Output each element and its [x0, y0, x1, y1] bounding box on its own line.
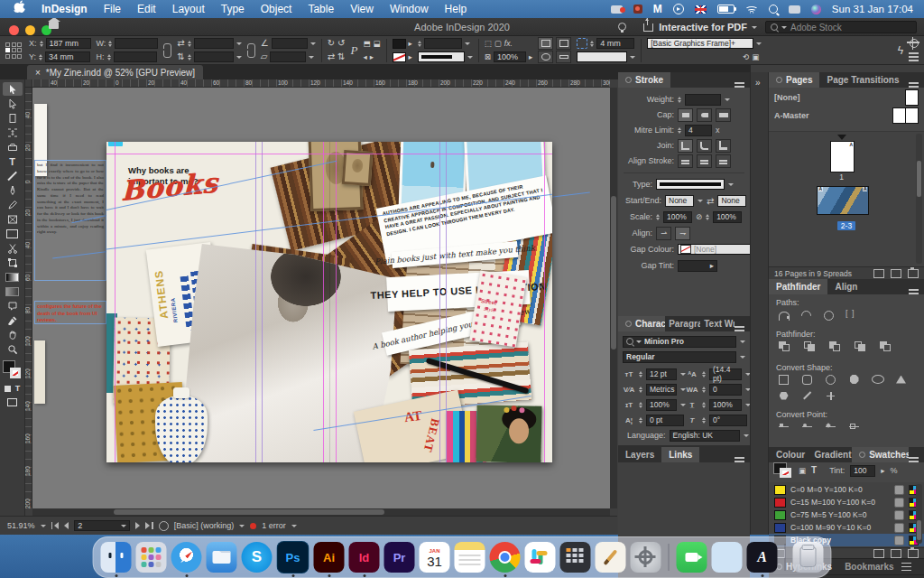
stroke-type-field[interactable]: [418, 51, 465, 62]
pages-scrollbar[interactable]: [916, 134, 922, 264]
close-path-button[interactable]: [821, 309, 836, 321]
tab-pathfinder[interactable]: Pathfinder: [769, 279, 827, 294]
dock-slack-icon[interactable]: [525, 542, 556, 573]
font-size-field[interactable]: 12 pt: [646, 368, 677, 380]
tint-expand-icon[interactable]: ▸: [881, 465, 884, 476]
scale-start-field[interactable]: 100%: [663, 211, 692, 223]
y-stepper[interactable]: [39, 54, 42, 61]
swatch-row-yellow[interactable]: C=0 M=0 Y=100 K=0: [769, 483, 924, 496]
open-path-button[interactable]: [799, 309, 814, 321]
vertical-ruler[interactable]: 4020020406080100120140160180200220: [25, 88, 32, 508]
apple-menu[interactable]: [5, 0, 33, 18]
tracking-field[interactable]: 0: [709, 384, 742, 396]
tab-pages[interactable]: Pages: [769, 72, 819, 88]
preflight-profile[interactable]: [Basic] (working): [174, 521, 235, 530]
margin-guide[interactable]: [544, 142, 545, 462]
swatches-fill-stroke-proxy[interactable]: [773, 462, 793, 479]
dock-acrobat-icon[interactable]: A: [747, 542, 778, 573]
butt-cap-button[interactable]: [678, 108, 693, 122]
pen-tool[interactable]: [3, 183, 23, 197]
direct-selection-tool[interactable]: [3, 97, 23, 110]
scale-x-stepper[interactable]: [188, 41, 191, 47]
scale-end-field[interactable]: 100%: [713, 211, 742, 223]
tab-character[interactable]: Character: [618, 316, 665, 331]
intersect-button[interactable]: [827, 340, 842, 352]
stroke-type-menu-arrow[interactable]: [728, 183, 734, 186]
fill-expand-icon[interactable]: ▸: [409, 38, 412, 49]
scale-end-stepper[interactable]: [706, 214, 709, 220]
eyedropper-tool[interactable]: [3, 313, 23, 327]
tab-colour[interactable]: Colour: [769, 447, 807, 462]
corner-point-button[interactable]: [799, 421, 815, 433]
dock-chrome-icon[interactable]: [490, 542, 521, 573]
style-edit-icon[interactable]: ▣: [752, 51, 759, 62]
preflight-dropdown[interactable]: [239, 525, 245, 527]
convert-rounded-rect-button[interactable]: [799, 374, 815, 386]
column-guide[interactable]: [255, 142, 256, 462]
page-spread[interactable]: ATHENS RIVIERA Why books are important t…: [106, 142, 552, 462]
font-family-field[interactable]: Minion Pro: [623, 336, 736, 348]
first-page-button[interactable]: [54, 522, 59, 529]
dock-calculator-icon[interactable]: [560, 542, 591, 573]
swatch-row-blue[interactable]: C=100 M=90 Y=10 K=0: [769, 521, 924, 534]
fill-swatch[interactable]: [393, 39, 406, 49]
error-dropdown[interactable]: [291, 525, 297, 527]
vscale-field[interactable]: 100%: [646, 399, 677, 411]
pencil-tool[interactable]: [3, 198, 23, 211]
zoom-tool[interactable]: [3, 342, 23, 356]
corner-shape-dropdown[interactable]: [630, 56, 635, 59]
document-tab[interactable]: × *My Zine.indd @ 52% [GPU Preview]: [27, 65, 203, 79]
dock-mail-icon[interactable]: [207, 542, 237, 573]
tab-swatches[interactable]: Swatches: [852, 447, 909, 462]
street-style-book[interactable]: Street Style: [469, 270, 527, 347]
screen-recording-icon[interactable]: [611, 5, 623, 14]
column-guide[interactable]: [439, 142, 440, 462]
font-style-field[interactable]: Regular: [623, 351, 736, 363]
dock-illustrator-icon[interactable]: Ai: [314, 542, 345, 573]
wrap-bounding-box-button[interactable]: [556, 37, 571, 50]
arrow-align-2[interactable]: ⇁: [675, 227, 690, 240]
align-centre-button[interactable]: [678, 154, 693, 168]
uk-keyboard-icon[interactable]: [695, 5, 707, 14]
dock-facetime-icon[interactable]: [677, 542, 707, 573]
tab-page-transitions[interactable]: Page Transitions: [819, 72, 906, 88]
ruler-origin[interactable]: [25, 79, 32, 88]
dock-notes-icon[interactable]: [455, 542, 485, 573]
selection-tool[interactable]: [3, 82, 23, 96]
rotation-dropdown[interactable]: [310, 42, 316, 45]
new-swatch-icon[interactable]: [891, 549, 901, 558]
stroke-weight-field[interactable]: [424, 38, 462, 49]
swatch-row-red[interactable]: C=15 M=100 Y=100 K=0: [769, 496, 924, 508]
control-gear-icon[interactable]: [910, 39, 919, 48]
page-1-thumbnail[interactable]: A: [830, 141, 855, 172]
scissors-tool[interactable]: [3, 241, 23, 255]
formatting-affects-text-button[interactable]: T: [15, 384, 21, 393]
convert-ellipse-button[interactable]: [870, 374, 885, 386]
margin-guide[interactable]: [323, 142, 324, 462]
close-tab-icon[interactable]: ×: [35, 68, 41, 78]
align-inside-button[interactable]: [697, 154, 712, 168]
formatting-text-icon[interactable]: T: [811, 465, 817, 476]
select-container-icon[interactable]: ⬒: [363, 38, 370, 49]
baseline-stepper[interactable]: [639, 417, 642, 424]
start-field[interactable]: None: [665, 195, 694, 207]
workspace-switcher[interactable]: Interactive for PDF: [659, 18, 757, 36]
subtract-button[interactable]: [801, 340, 817, 352]
stroke-type-dropdown[interactable]: [467, 56, 473, 59]
pasteboard-overset-text-frame[interactable]: configures the future of the death of th…: [34, 301, 106, 324]
skew-stepper[interactable]: [702, 417, 706, 424]
menu-clock[interactable]: Sun 31 Jan 17:04: [832, 4, 913, 14]
tab-layers[interactable]: Layers: [618, 447, 661, 462]
edit-page-size-icon[interactable]: [873, 269, 884, 278]
vscale-stepper[interactable]: [639, 402, 642, 408]
shear-field[interactable]: [270, 51, 306, 62]
document-canvas[interactable]: but I find it inconvenient to not know e…: [32, 88, 610, 508]
dock-indesign-icon[interactable]: Id: [349, 542, 380, 573]
frame-tool[interactable]: [3, 212, 23, 226]
menu-table[interactable]: Table: [300, 0, 342, 18]
scale-start-stepper[interactable]: [656, 214, 660, 220]
select-previous-icon[interactable]: ◂: [363, 51, 366, 62]
convert-orthogonal-line-button[interactable]: [823, 390, 838, 402]
pasteboard-text-frame[interactable]: but I find it inconvenient to not know e…: [34, 160, 106, 281]
effects-icon[interactable]: fx.: [504, 38, 513, 49]
